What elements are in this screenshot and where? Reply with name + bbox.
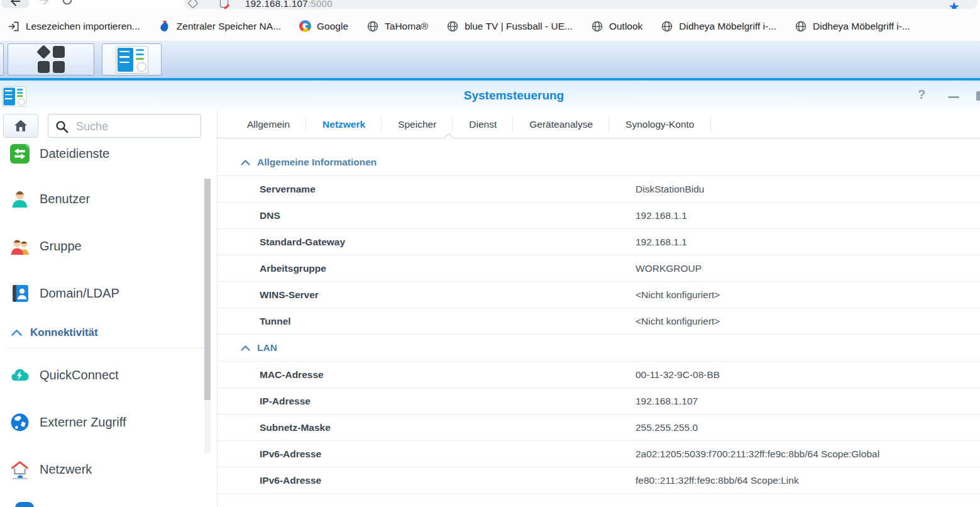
table-row: Tunnel <Nicht konfiguriert> — [217, 308, 980, 335]
row-value: WORKGROUP — [636, 263, 702, 274]
row-label: MAC-Adresse — [217, 369, 324, 381]
sidebar-item-netzwerk[interactable]: Netzwerk — [10, 457, 202, 482]
sidebar-item-externer-zugriff[interactable]: Externer Zugriff — [10, 410, 202, 435]
reload-button[interactable] — [60, 0, 74, 7]
bookmark-google[interactable]: Google — [299, 20, 348, 32]
sidebar-item-label: Domain/LDAP — [40, 286, 119, 301]
tab-allgemein[interactable]: Allgemein — [231, 111, 306, 138]
sidebar-item-label: Externer Zugriff — [40, 415, 126, 430]
tab-synology-konto[interactable]: Synology-Konto — [609, 111, 710, 138]
row-value: 192.168.1.107 — [636, 396, 698, 407]
address-bar[interactable]: 192.168.1.107:5000 ★ — [184, 0, 977, 9]
table-row: Servername DiskStationBidu — [217, 176, 980, 202]
table-row: Subnetz-Maske 255.255.255.0 — [217, 414, 980, 440]
row-value: fe80::211:32ff:fe9c:8bb/64 Scope:Link — [636, 475, 799, 486]
page-info-icon — [220, 0, 228, 8]
import-icon — [8, 20, 20, 33]
row-value: 192.168.1.1 — [636, 237, 687, 248]
section-header-lan[interactable]: LAN — [217, 335, 980, 361]
bookmark-label: Lesezeichen importieren... — [26, 21, 140, 32]
close-button[interactable] — [976, 91, 980, 101]
section-title: LAN — [257, 342, 277, 354]
sidebar-item-gruppe[interactable]: Gruppe — [10, 233, 202, 259]
collapse-chevron-icon — [11, 330, 22, 336]
table-row: IPv6-Adresse 2a02:1205:5039:f700:211:32f… — [217, 440, 980, 467]
bookmark-outlook[interactable]: Outlook — [591, 20, 642, 33]
sidebar-item-label: Gruppe — [40, 239, 82, 254]
sidebar-item-label: Dateidienste — [40, 147, 109, 161]
sidebar: Dateidienste Benutzer Gruppe Domain/LDAP… — [0, 111, 217, 507]
network-house-icon — [10, 460, 30, 479]
sidebar-item-label: Benutzer — [40, 192, 90, 206]
file-services-icon — [10, 144, 30, 164]
tab-speicher[interactable]: Speicher — [382, 111, 453, 138]
google-icon — [299, 20, 311, 32]
window-title: Systemsteuerung — [0, 89, 980, 103]
url-host: 192.168.1.107 — [245, 0, 308, 9]
row-label: Servername — [217, 184, 316, 195]
screen: 192.168.1.107:5000 ★ Lesezeichen importi… — [0, 0, 980, 507]
bookmark-tahoma[interactable]: TaHoma® — [366, 20, 428, 33]
bookmark-label: Didheya Möbelgriff i-... — [813, 21, 910, 32]
url-text[interactable]: 192.168.1.107:5000 — [245, 0, 333, 9]
bookmark-label: TaHoma® — [385, 21, 428, 32]
sidebar-item-partial-icon — [15, 502, 34, 507]
sidebar-section-konnektivitaet[interactable]: Konnektivität — [11, 325, 98, 341]
bookmark-import[interactable]: Lesezeichen importieren... — [8, 20, 140, 33]
sidebar-scrollbar-track[interactable] — [204, 179, 211, 453]
tab-dienst[interactable]: Dienst — [453, 111, 513, 138]
forward-button[interactable] — [38, 0, 52, 7]
sidebar-scrollbar-thumb[interactable] — [204, 179, 211, 400]
sidebar-item-quickconnect[interactable]: QuickConnect — [10, 362, 202, 387]
row-value: DiskStationBidu — [636, 184, 704, 195]
row-label: IPv6-Adresse — [217, 475, 321, 486]
url-port: :5000 — [308, 0, 333, 9]
sidebar-item-dateidienste[interactable]: Dateidienste — [10, 141, 202, 166]
globe-icon — [795, 20, 807, 33]
control-panel-window: Systemsteuerung ? Allgemein Netzwerk Spe… — [0, 81, 980, 507]
sidebar-item-benutzer[interactable]: Benutzer — [10, 186, 202, 211]
sidebar-item-domain-ldap[interactable]: Domain/LDAP — [10, 281, 202, 306]
external-access-globe-icon — [10, 413, 30, 432]
sidebar-item-label: QuickConnect — [40, 368, 119, 382]
row-label: IPv6-Adresse — [217, 448, 321, 460]
collapse-chevron-icon — [241, 160, 250, 165]
bookmarks-bar: Lesezeichen importieren... Zentraler Spe… — [0, 9, 980, 42]
globe-icon — [446, 20, 459, 33]
sidebar-divider — [6, 348, 207, 348]
window-header: Systemsteuerung ? — [0, 81, 980, 111]
shield-icon — [188, 0, 199, 8]
taskbar-control-panel-button[interactable] — [102, 43, 162, 75]
globe-icon — [661, 20, 673, 33]
table-row: Arbeitsgruppe WORKGROUP — [217, 255, 980, 281]
bookmark-label: Google — [317, 21, 348, 32]
browser-toolbar: 192.168.1.107:5000 ★ — [0, 0, 980, 9]
quickconnect-cloud-icon — [10, 365, 30, 385]
main-content: Allgemeine Informationen Servername Disk… — [217, 138, 980, 507]
table-row: WINS-Server <Nicht konfiguriert> — [217, 281, 980, 308]
search-input[interactable] — [75, 115, 195, 138]
minimize-button[interactable] — [948, 96, 959, 98]
back-button[interactable] — [1, 0, 29, 8]
tab-label: Netzwerk — [322, 119, 365, 130]
search-box — [48, 114, 201, 138]
bookmark-blue-tv[interactable]: blue TV | Fussball - UE... — [446, 20, 573, 33]
favorite-star-icon[interactable]: ★ — [948, 0, 960, 9]
main-menu-button[interactable] — [8, 43, 94, 75]
home-button[interactable] — [3, 114, 38, 138]
taskbar-button-partial[interactable] — [0, 43, 4, 75]
row-value: <Nicht konfiguriert> — [636, 289, 720, 301]
section-header-allgemeine-informationen[interactable]: Allgemeine Informationen — [217, 149, 980, 176]
help-button[interactable]: ? — [918, 87, 925, 102]
bookmark-didheya-1[interactable]: Didheya Möbelgriff i-... — [661, 20, 776, 33]
table-row: Standard-Gateway 192.168.1.1 — [217, 228, 980, 255]
taskbar — [0, 42, 980, 81]
home-icon — [13, 118, 29, 134]
tab-geraeteanalyse[interactable]: Geräteanalyse — [513, 111, 609, 138]
bookmark-zentraler-speicher[interactable]: Zentraler Speicher NA... — [158, 20, 281, 33]
bookmark-didheya-2[interactable]: Didheya Möbelgriff i-... — [795, 20, 910, 33]
row-label: IP-Adresse — [217, 396, 311, 407]
tab-netzwerk[interactable]: Netzwerk — [306, 111, 382, 138]
row-label: Standard-Gateway — [217, 237, 345, 248]
globe-icon — [591, 20, 603, 33]
